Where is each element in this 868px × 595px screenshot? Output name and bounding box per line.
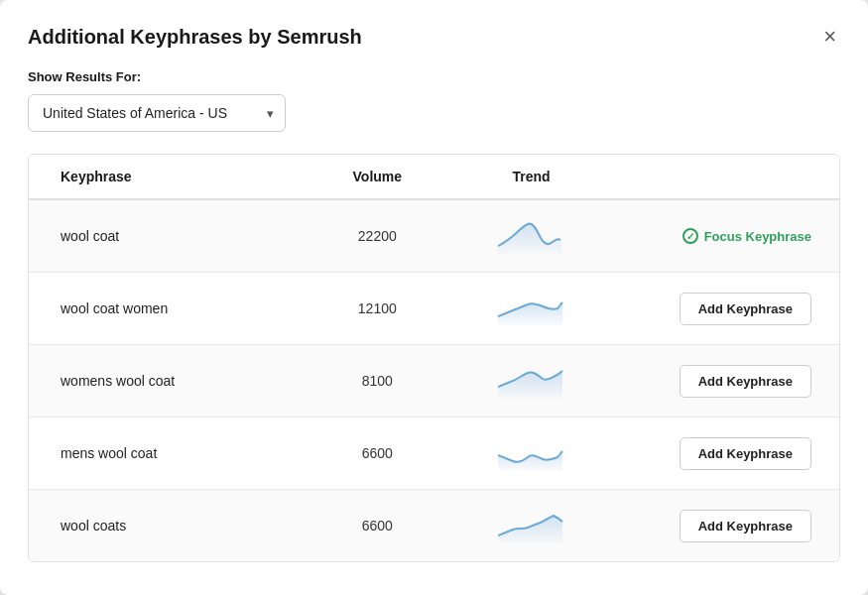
modal-title: Additional Keyphrases by Semrush <box>28 26 362 49</box>
action-cell: Add Keyphrase <box>612 490 839 562</box>
country-dropdown-wrapper: United States of America - US ▾ <box>28 94 286 132</box>
add-keyphrase-button[interactable]: Add Keyphrase <box>680 437 811 470</box>
trend-cell <box>450 417 612 490</box>
volume-cell: 8100 <box>305 345 450 417</box>
action-cell: Add Keyphrase <box>612 417 839 490</box>
close-button[interactable]: × <box>819 22 840 52</box>
filter-label: Show Results For: <box>28 69 840 84</box>
table-row: womens wool coat8100 Add Keyphrase <box>29 345 839 417</box>
volume-cell: 6600 <box>305 490 450 562</box>
action-cell: ✓Focus Keyphrase <box>612 199 839 273</box>
col-header-volume: Volume <box>305 155 450 199</box>
focus-check-icon: ✓ <box>682 228 698 244</box>
table-header: Keyphrase Volume Trend <box>29 155 839 199</box>
modal-body: Show Results For: United States of Ameri… <box>0 69 868 590</box>
modal: Additional Keyphrases by Semrush × Show … <box>0 0 868 595</box>
add-keyphrase-button[interactable]: Add Keyphrase <box>680 293 811 325</box>
table-row: wool coat22200 ✓Focus Keyphrase <box>29 199 839 273</box>
col-header-keyphrase: Keyphrase <box>29 155 305 199</box>
keyphrases-table: Keyphrase Volume Trend wool coat22200 ✓F… <box>29 155 839 561</box>
modal-header: Additional Keyphrases by Semrush × <box>0 0 868 69</box>
col-header-trend: Trend <box>450 155 612 199</box>
table-row: mens wool coat6600 Add Keyphrase <box>29 417 839 490</box>
keyphrase-cell: wool coat <box>29 199 305 273</box>
country-dropdown[interactable]: United States of America - US <box>28 94 286 132</box>
table-row: wool coat women12100 Add Keyphrase <box>29 273 839 345</box>
keyphrase-cell: wool coat women <box>29 273 305 345</box>
action-cell: Add Keyphrase <box>612 345 839 417</box>
table-row: wool coats6600 Add Keyphrase <box>29 490 839 562</box>
volume-cell: 22200 <box>305 199 450 273</box>
keyphrase-cell: mens wool coat <box>29 417 305 490</box>
trend-cell <box>450 273 612 345</box>
focus-keyphrase-label: ✓Focus Keyphrase <box>628 228 811 244</box>
col-header-action <box>612 155 839 199</box>
action-cell: Add Keyphrase <box>612 273 839 345</box>
add-keyphrase-button[interactable]: Add Keyphrase <box>680 510 811 542</box>
add-keyphrase-button[interactable]: Add Keyphrase <box>680 365 811 398</box>
trend-cell <box>450 345 612 417</box>
keyphrase-cell: womens wool coat <box>29 345 305 417</box>
trend-cell <box>450 199 612 273</box>
keyphrase-cell: wool coats <box>29 490 305 562</box>
volume-cell: 12100 <box>305 273 450 345</box>
trend-cell <box>450 490 612 562</box>
keyphrases-table-container: Keyphrase Volume Trend wool coat22200 ✓F… <box>28 154 840 562</box>
volume-cell: 6600 <box>305 417 450 490</box>
table-body: wool coat22200 ✓Focus Keyphrasewool coat… <box>29 199 839 561</box>
